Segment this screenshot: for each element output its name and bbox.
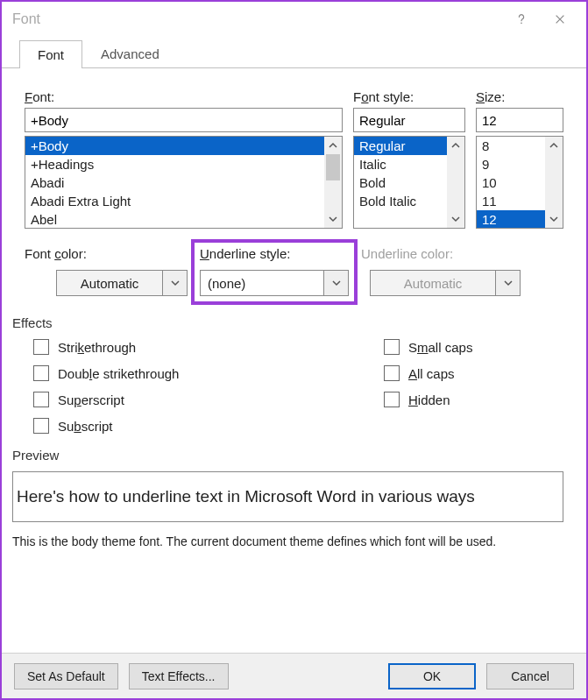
size-column: Size: 89101112 <box>476 89 563 229</box>
checkbox-box[interactable] <box>33 365 49 381</box>
style-label: Font style: <box>353 89 465 104</box>
font-color-label: Font color: <box>25 246 188 261</box>
underline-color-group: Underline color: Automatic <box>361 246 521 296</box>
size-input[interactable] <box>476 108 563 132</box>
effects-label: Effects <box>12 315 563 330</box>
preview-box: Here's how to underline text in Microsof… <box>12 471 563 522</box>
style-listbox[interactable]: RegularItalicBoldBold Italic <box>353 136 465 229</box>
font-input[interactable] <box>25 108 343 132</box>
chevron-down-icon <box>495 271 520 295</box>
list-item[interactable]: Abadi <box>25 173 324 192</box>
checkbox-superscript[interactable]: Superscript <box>33 392 384 407</box>
checkbox-label: All caps <box>408 366 455 381</box>
preview-label: Preview <box>12 448 563 463</box>
preview-text: Here's how to underline text in Microsof… <box>17 487 475 506</box>
font-scroll-thumb[interactable] <box>326 154 340 180</box>
preview-section: Preview Here's how to underline text in … <box>12 448 563 548</box>
scroll-down-icon[interactable] <box>545 210 563 228</box>
checkbox-box[interactable] <box>33 392 49 407</box>
list-item[interactable]: Abadi Extra Light <box>25 192 324 210</box>
font-color-value: Automatic <box>57 271 162 295</box>
font-dialog: Font Font Advanced Font: +Body+HeadingsA… <box>0 0 588 700</box>
text-effects-button[interactable]: Text Effects... <box>129 663 229 689</box>
checkbox-strikethrough[interactable]: Strikethrough <box>33 339 384 355</box>
chevron-down-icon[interactable] <box>162 271 187 295</box>
checkbox-label: Small caps <box>408 340 472 355</box>
ok-button[interactable]: OK <box>388 663 476 689</box>
style-column: Font style: RegularItalicBoldBold Italic <box>353 89 465 229</box>
list-item[interactable]: +Body <box>25 137 324 155</box>
underline-style-group: Underline style: (none) <box>200 246 349 296</box>
tab-font-label: Font <box>38 47 64 62</box>
checkbox-label: Subscript <box>58 419 113 434</box>
underline-color-label: Underline color: <box>361 246 521 261</box>
font-listbox[interactable]: +Body+HeadingsAbadiAbadi Extra LightAbel <box>25 136 343 229</box>
tab-advanced-label: Advanced <box>101 46 159 61</box>
underline-color-combo: Automatic <box>370 270 521 296</box>
scroll-up-icon[interactable] <box>447 137 464 154</box>
set-default-button[interactable]: Set As Default <box>14 663 118 689</box>
size-listbox[interactable]: 89101112 <box>476 136 563 229</box>
checkbox-label: Strikethrough <box>58 340 136 355</box>
list-item[interactable]: Abel <box>25 210 324 228</box>
underline-style-combo[interactable]: (none) <box>200 270 349 296</box>
font-color-combo[interactable]: Automatic <box>56 270 188 296</box>
tab-advanced[interactable]: Advanced <box>82 39 178 67</box>
underline-color-value: Automatic <box>371 271 495 295</box>
checkbox-all-caps[interactable]: All caps <box>384 365 472 381</box>
svg-point-0 <box>521 23 522 25</box>
list-item[interactable]: Bold Italic <box>354 192 447 210</box>
list-item[interactable]: Regular <box>354 137 447 155</box>
scroll-up-icon[interactable] <box>324 137 342 154</box>
preview-description: This is the body theme font. The current… <box>12 534 563 548</box>
checkbox-small-caps[interactable]: Small caps <box>384 339 472 355</box>
list-item[interactable]: Italic <box>354 155 447 173</box>
checkbox-label: Superscript <box>58 392 124 407</box>
scroll-down-icon[interactable] <box>447 210 464 228</box>
list-item[interactable]: 10 <box>477 173 545 192</box>
style-scrollbar[interactable] <box>447 137 464 228</box>
font-scrollbar[interactable] <box>324 137 342 228</box>
chevron-down-icon[interactable] <box>323 271 348 295</box>
titlebar: Font <box>2 2 586 37</box>
size-scrollbar[interactable] <box>545 137 563 228</box>
help-button[interactable] <box>502 4 541 34</box>
style-input[interactable] <box>353 108 465 132</box>
font-color-group: Font color: Automatic <box>25 246 188 296</box>
underline-style-value: (none) <box>201 271 323 295</box>
size-label: Size: <box>476 89 563 104</box>
underline-style-label: Underline style: <box>200 246 349 261</box>
checkbox-box[interactable] <box>384 339 400 355</box>
checkbox-box[interactable] <box>384 392 400 407</box>
tab-font[interactable]: Font <box>19 40 82 68</box>
font-label: Font: <box>25 89 343 104</box>
checkbox-label: Hidden <box>408 392 450 407</box>
checkbox-box[interactable] <box>33 418 49 434</box>
scroll-down-icon[interactable] <box>324 210 342 228</box>
list-item[interactable]: Bold <box>354 173 447 192</box>
checkbox-subscript[interactable]: Subscript <box>33 418 384 434</box>
list-item[interactable]: 12 <box>477 210 545 228</box>
list-item[interactable]: 8 <box>477 137 545 155</box>
checkbox-label: Double strikethrough <box>58 366 179 381</box>
checkbox-box[interactable] <box>384 365 400 381</box>
list-item[interactable]: 9 <box>477 155 545 173</box>
dialog-footer: Set As Default Text Effects... OK Cancel <box>2 653 586 698</box>
font-row: Font: +Body+HeadingsAbadiAbadi Extra Lig… <box>25 89 563 229</box>
font-column: Font: +Body+HeadingsAbadiAbadi Extra Lig… <box>25 89 343 229</box>
checkbox-hidden[interactable]: Hidden <box>384 392 472 407</box>
close-button[interactable] <box>541 4 579 34</box>
scroll-up-icon[interactable] <box>545 137 563 154</box>
tabstrip: Font Advanced <box>2 37 586 68</box>
effects-section: Effects StrikethroughDouble strikethroug… <box>12 315 563 434</box>
window-title: Font <box>12 11 502 27</box>
cancel-button[interactable]: Cancel <box>486 663 574 689</box>
checkbox-box[interactable] <box>33 339 49 355</box>
list-item[interactable]: 11 <box>477 192 545 210</box>
color-row: Font color: Automatic Underline style: (… <box>25 246 563 296</box>
dialog-body: Font: +Body+HeadingsAbadiAbadi Extra Lig… <box>2 68 586 653</box>
checkbox-double-strikethrough[interactable]: Double strikethrough <box>33 365 384 381</box>
list-item[interactable]: +Headings <box>25 155 324 173</box>
